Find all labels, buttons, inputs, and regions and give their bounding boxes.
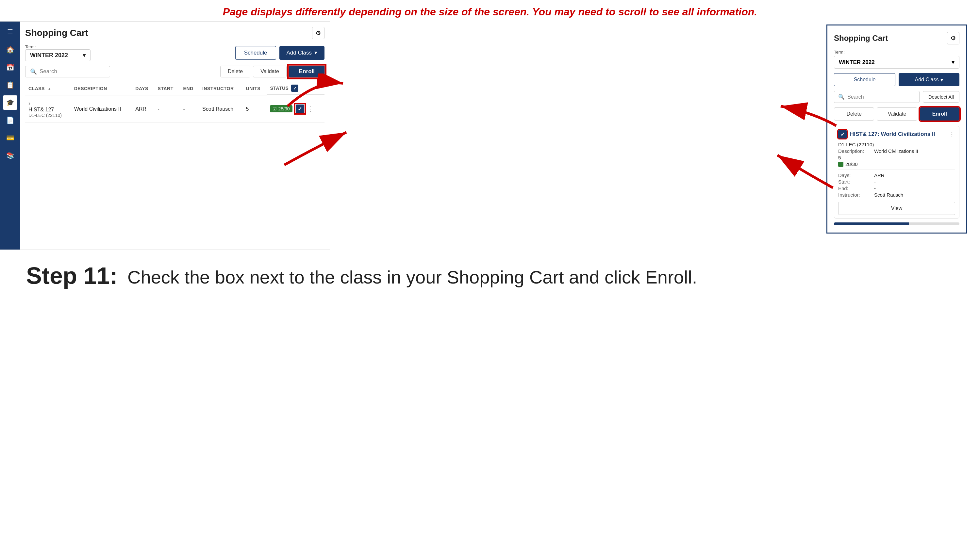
status-row: 28/30 (838, 161, 955, 167)
view-button[interactable]: View (838, 202, 955, 215)
step-number: Step 11: (26, 263, 118, 289)
course-card-options[interactable]: ⋮ (949, 130, 955, 138)
sidebar-calendar-icon[interactable]: 📅 (3, 60, 18, 75)
right-search-row: 🔍 Deselect All (834, 91, 959, 103)
term-dropdown[interactable]: WINTER 2022 ▾ (25, 49, 91, 61)
units-row: 5 (838, 155, 955, 160)
right-delete-button[interactable]: Delete (834, 108, 874, 121)
right-search-box[interactable]: 🔍 (834, 91, 920, 103)
table-row: › HIST& 127 D1-LEC (22110) World Civiliz… (25, 95, 325, 123)
right-term-row: Term: WINTER 2022 ▾ (834, 50, 959, 68)
instructor-row: Instructor: Scott Rausch (838, 192, 955, 198)
term-value: WINTER 2022 (30, 52, 68, 59)
chevron-down-icon-btn: ▾ (314, 49, 317, 56)
class-cell: › HIST& 127 D1-LEC (22110) (25, 95, 71, 123)
enroll-highlight-wrapper: Enroll (289, 66, 325, 78)
scroll-indicator (834, 222, 959, 225)
right-add-class-label: Add Class (915, 77, 939, 83)
sidebar-home-icon[interactable]: 🏠 (3, 43, 18, 57)
right-schedule-button[interactable]: Schedule (834, 73, 896, 86)
col-start: START (154, 82, 180, 95)
sidebar-copy-icon[interactable]: 📄 (3, 113, 18, 127)
search-icon: 🔍 (30, 68, 37, 75)
enroll-button[interactable]: Enroll (289, 66, 325, 78)
right-panel-header: Shopping Cart ⚙ (834, 32, 959, 44)
section-row: D1-LEC (22110) (838, 142, 955, 147)
sort-icon: ▲ (48, 87, 51, 91)
sidebar-card-icon[interactable]: 💳 (3, 131, 18, 145)
deselect-all-button[interactable]: Deselect All (923, 91, 959, 103)
sidebar-book-icon[interactable]: 📚 (3, 148, 18, 163)
term-actions: Schedule Add Class ▾ (235, 46, 325, 60)
class-sub: D1-LEC (22110) (29, 113, 68, 118)
start-row: Start: - (838, 179, 955, 184)
right-chevron-icon: ▾ (951, 59, 955, 66)
sidebar-list-icon[interactable]: 📋 (3, 78, 18, 92)
end-label: End: (838, 186, 874, 191)
course-card-checkbox[interactable] (838, 130, 847, 138)
start-label: Start: (838, 179, 874, 184)
add-class-button[interactable]: Add Class ▾ (279, 46, 325, 60)
validate-button[interactable]: Validate (253, 66, 286, 78)
search-box[interactable]: 🔍 (25, 66, 110, 78)
status-icon: ☑ (272, 106, 277, 111)
instructor-label: Instructor: (838, 192, 874, 198)
right-search-input[interactable] (847, 94, 915, 100)
status-cell: ☑ 28/30 ⋮ (267, 95, 325, 123)
units-cell: 5 (243, 95, 267, 123)
section-value: D1-LEC (22110) (838, 142, 874, 147)
page-title: Shopping Cart (25, 28, 88, 38)
settings-button[interactable]: ⚙ (312, 27, 325, 39)
course-card: HIST& 127: World Civilizations II ⋮ D1-L… (834, 126, 959, 219)
status-value: 28/30 (278, 106, 290, 111)
schedule-button[interactable]: Schedule (235, 46, 276, 60)
right-validate-button[interactable]: Validate (877, 108, 917, 121)
desc-value: World Civilizations II (874, 148, 918, 154)
sidebar-cart-icon[interactable]: 🎓 (3, 95, 18, 110)
sidebar-menu-icon[interactable]: ☰ (3, 25, 18, 39)
search-input[interactable] (40, 68, 105, 75)
col-end: END (180, 82, 199, 95)
right-panel-title: Shopping Cart (834, 33, 888, 43)
row-options-icon[interactable]: ⋮ (307, 105, 314, 113)
right-settings-button[interactable]: ⚙ (947, 32, 959, 44)
right-term-label: Term: (834, 50, 959, 54)
instructor-value: Scott Rausch (874, 192, 903, 198)
status-header-check[interactable]: ✓ (291, 84, 298, 92)
page-banner: Page displays differently depending on t… (0, 0, 980, 21)
right-term-dropdown[interactable]: WINTER 2022 ▾ (834, 56, 959, 68)
col-class: CLASS ▲ (25, 82, 71, 95)
row-expand-icon[interactable]: › (29, 100, 30, 106)
right-term-value: WINTER 2022 (839, 59, 875, 66)
status-course-value: 28/30 (838, 161, 858, 167)
search-action-row: 🔍 Delete Validate Enroll (25, 66, 325, 78)
right-action-row: Delete Validate Enroll (834, 108, 959, 121)
row-checkbox[interactable] (296, 105, 304, 113)
status-text: 28/30 (845, 161, 858, 167)
term-label: Term: (25, 44, 91, 49)
col-status: STATUS ✓ (267, 82, 325, 95)
start-value: - (874, 179, 876, 184)
right-add-class-button[interactable]: Add Class ▾ (899, 73, 959, 86)
step-section: Step 11: Check the box next to the class… (0, 250, 980, 302)
right-enroll-button[interactable]: Enroll (920, 108, 959, 121)
banner-text: Page displays differently depending on t… (223, 6, 757, 17)
chevron-down-icon: ▾ (83, 52, 86, 59)
description-row: Description: World Civilizations II (838, 148, 955, 154)
row-checkbox-wrapper (296, 105, 304, 113)
days-cell: ARR (132, 95, 154, 123)
col-days: DAYS (132, 82, 154, 95)
step-text: Check the box next to the class in your … (127, 263, 697, 289)
term-select: Term: WINTER 2022 ▾ (25, 44, 91, 61)
end-cell: - (180, 95, 199, 123)
class-table: CLASS ▲ DESCRIPTION DAYS START END INSTR… (25, 82, 325, 123)
right-btn-row: Schedule Add Class ▾ (834, 73, 959, 86)
col-units: UNITS (243, 82, 267, 95)
right-search-icon: 🔍 (838, 94, 845, 100)
delete-button[interactable]: Delete (220, 66, 250, 78)
units-value: 5 (838, 155, 841, 160)
course-card-title: HIST& 127: World Civilizations II (850, 131, 945, 138)
right-panel: Shopping Cart ⚙ Term: WINTER 2022 ▾ Sche… (826, 24, 967, 233)
end-row: End: - (838, 186, 955, 191)
description-cell: World Civilizations II (71, 95, 132, 123)
